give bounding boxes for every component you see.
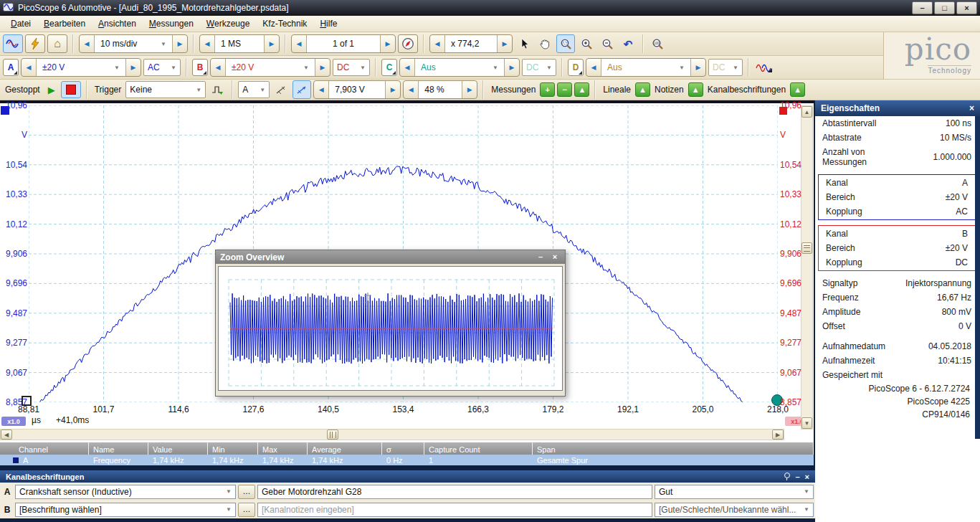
scroll-down-button[interactable]: ▼ — [801, 417, 812, 429]
pre-trigger-increase[interactable]: ▶ — [462, 81, 477, 98]
samples-increase[interactable]: ▶ — [265, 35, 279, 52]
horizontal-scrollbar[interactable]: ◀ ▶ — [0, 429, 784, 440]
pin-icon[interactable] — [784, 473, 790, 478]
label-preset-dropdown[interactable]: Crankshaft sensor (Inductive)▼ — [15, 485, 236, 499]
home-button[interactable]: ⌂ — [47, 34, 67, 53]
channel-d-range-decrease[interactable]: ◀ — [586, 59, 601, 76]
timebase-increase[interactable]: ▶ — [173, 35, 187, 52]
math-channels-button[interactable] — [754, 58, 773, 77]
zoom-window-tool-button[interactable] — [556, 34, 575, 53]
menu-hilfe[interactable]: Hilfe — [313, 16, 343, 31]
label-more-button[interactable]: … — [238, 485, 255, 499]
edit-measurement-button[interactable]: ▲ — [574, 82, 589, 97]
start-button[interactable]: ▶ — [44, 80, 59, 99]
trigger-level-value[interactable]: 7,903 V — [328, 81, 386, 98]
channel-d-range-value[interactable]: Aus▼ — [601, 59, 691, 76]
add-measurement-button[interactable]: + — [540, 82, 555, 97]
channel-labels-button[interactable]: ▲ — [790, 82, 805, 97]
buffer-next[interactable]: ▶ — [381, 35, 395, 52]
stop-button[interactable] — [61, 81, 81, 98]
menu-ansichten[interactable]: Ansichten — [92, 16, 143, 31]
channel-b-coupling-dropdown[interactable]: DC▼ — [333, 59, 370, 76]
zoom-100-button[interactable]: 100 — [649, 34, 667, 53]
zoom-in-button[interactable] — [577, 34, 596, 53]
channel-d-range-increase[interactable]: ▶ — [691, 59, 705, 76]
zoom-factor-increase[interactable]: ▶ — [498, 35, 512, 52]
timebase-value[interactable]: 10 ms/div▼ — [94, 35, 173, 52]
chevron-down-icon: ▼ — [679, 65, 685, 71]
menu-kfztechnik[interactable]: Kfz-Technik — [256, 16, 313, 31]
channel-label-row[interactable]: ACrankshaft sensor (Inductive)▼…Gut▼ — [0, 483, 815, 500]
trigger-level-decrease[interactable]: ◀ — [314, 81, 328, 98]
zoom-factor-decrease[interactable]: ◀ — [430, 35, 444, 52]
label-preset-dropdown[interactable]: [Beschriftung wählen]▼ — [15, 503, 236, 517]
advanced-trigger-button[interactable] — [208, 80, 227, 99]
channel-a-range-value[interactable]: ±20 V▼ — [36, 59, 126, 76]
channel-c-button[interactable]: C — [381, 59, 397, 76]
channel-a-range-decrease[interactable]: ◀ — [22, 59, 36, 76]
channel-label-row[interactable]: B[Beschriftung wählen]▼…[Gute/Schlechte/… — [0, 500, 815, 518]
pre-trigger-value[interactable]: 48 % — [418, 81, 462, 98]
minimize-button[interactable]: – — [912, 1, 933, 14]
panel-close-button[interactable]: × — [805, 473, 809, 481]
remove-measurement-button[interactable]: − — [557, 82, 572, 97]
timebase-decrease[interactable]: ◀ — [80, 35, 94, 52]
channel-note-input[interactable] — [257, 485, 652, 499]
scroll-left-button[interactable]: ◀ — [1, 430, 12, 440]
horizontal-scroll-thumb[interactable] — [327, 430, 338, 440]
zoom-overview-content[interactable] — [218, 266, 563, 391]
y-axis-label-right: 10,96 — [780, 100, 812, 110]
label-quality-dropdown[interactable]: [Gute/Schlechte/Unbekannte wähl...▼ — [655, 503, 814, 517]
trigger-marker-button[interactable] — [292, 80, 311, 99]
trigger-mode-dropdown[interactable]: Keine▼ — [125, 81, 206, 98]
maximize-button[interactable]: □ — [934, 1, 955, 14]
label-more-button[interactable]: … — [238, 503, 255, 517]
zoom-overview-close-button[interactable]: × — [549, 252, 561, 262]
pointer-tool-button[interactable] — [515, 34, 533, 53]
menu-bearbeiten[interactable]: Bearbeiten — [37, 16, 92, 31]
scroll-right-button[interactable]: ▶ — [772, 430, 784, 440]
properties-close-button[interactable]: × — [969, 103, 974, 113]
vertical-scrollbar[interactable]: ▲ ▼ — [801, 105, 813, 430]
channel-a-coupling-dropdown[interactable]: AC▼ — [143, 59, 181, 76]
buffer-previous[interactable]: ◀ — [292, 35, 306, 52]
menu-werkzeuge[interactable]: Werkzeuge — [200, 16, 256, 31]
auto-setup-button[interactable] — [25, 34, 45, 53]
trigger-level-increase[interactable]: ▶ — [386, 81, 400, 98]
menu-datei[interactable]: Datei — [4, 16, 37, 31]
rulers-button[interactable]: ▲ — [635, 82, 650, 97]
channel-c-range-decrease[interactable]: ◀ — [400, 59, 414, 76]
zoom-overview-window[interactable]: Zoom Overview – × — [215, 250, 566, 397]
close-button[interactable]: × — [956, 1, 977, 14]
channel-d-button[interactable]: D — [568, 59, 584, 76]
rising-edge-button[interactable] — [272, 80, 290, 99]
channel-d-coupling-dropdown[interactable]: DC▼ — [708, 59, 743, 76]
samples-decrease[interactable]: ◀ — [200, 35, 214, 52]
zoom-out-button[interactable] — [598, 34, 617, 53]
label-quality-dropdown[interactable]: Gut▼ — [655, 485, 814, 499]
channel-a-range-increase[interactable]: ▶ — [126, 59, 141, 76]
channel-b-range-value[interactable]: ±20 V▼ — [225, 59, 315, 76]
pre-trigger-decrease[interactable]: ◀ — [404, 81, 418, 98]
undo-zoom-button[interactable]: ↶ — [619, 34, 637, 53]
measurement-row[interactable]: AFrequency1,74 kHz1,74 kHz1,74 kHz1,74 k… — [0, 455, 814, 465]
pan-tool-button[interactable] — [536, 34, 554, 53]
channel-b-range-decrease[interactable]: ◀ — [211, 59, 225, 76]
channel-b-range-increase[interactable]: ▶ — [315, 59, 330, 76]
channel-b-button[interactable]: B — [192, 59, 208, 76]
channel-a-button[interactable]: A — [3, 59, 19, 76]
samples-value[interactable]: 1 MS — [214, 35, 265, 52]
channel-c-range-increase[interactable]: ▶ — [505, 59, 519, 76]
channel-c-coupling-dropdown[interactable]: DC▼ — [522, 59, 556, 76]
zoom-factor-value[interactable]: x 774,2 — [444, 35, 498, 52]
panel-minimize-button[interactable]: – — [795, 473, 799, 481]
menu-messungen[interactable]: Messungen — [143, 16, 200, 31]
zoom-overview-titlebar[interactable]: Zoom Overview – × — [216, 250, 565, 264]
scope-mode-button[interactable] — [3, 34, 23, 53]
channel-note-input[interactable] — [257, 503, 652, 517]
zoom-overview-minimize-button[interactable]: – — [535, 252, 546, 262]
channel-c-range-value[interactable]: Aus▼ — [414, 59, 505, 76]
buffer-navigator-button[interactable] — [398, 34, 418, 53]
notes-button[interactable]: ▲ — [688, 82, 703, 97]
trigger-source-dropdown[interactable]: A▼ — [238, 81, 270, 98]
